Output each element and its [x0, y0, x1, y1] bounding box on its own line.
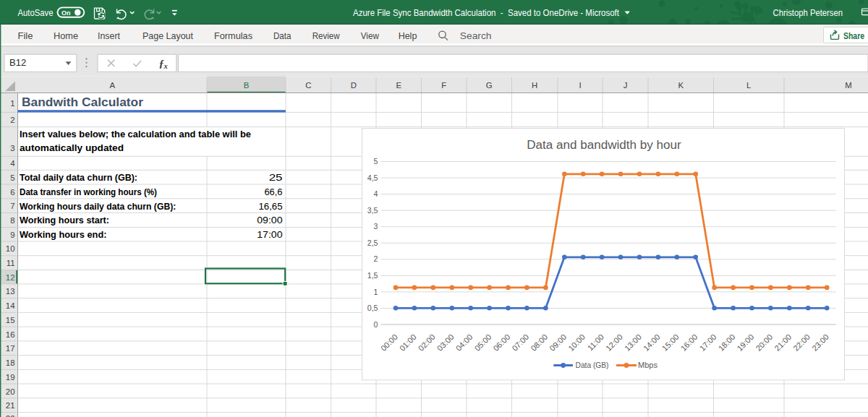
svg-text:G: G [486, 81, 493, 90]
svg-text:14: 14 [6, 301, 15, 310]
svg-text:M: M [845, 81, 852, 90]
svg-text:On: On [61, 9, 71, 17]
svg-text:9: 9 [10, 231, 14, 239]
svg-text:4: 4 [10, 159, 14, 168]
svg-text:09:00: 09:00 [257, 215, 282, 225]
svg-text:E: E [396, 81, 401, 90]
svg-text:66,6: 66,6 [264, 187, 282, 197]
svg-text:19: 19 [6, 373, 15, 382]
svg-text:Bandwith Calculator: Bandwith Calculator [22, 96, 143, 108]
svg-text:21: 21 [6, 401, 15, 410]
svg-text:5: 5 [10, 173, 14, 182]
svg-text:0,5: 0,5 [367, 304, 378, 312]
svg-text:17: 17 [6, 344, 15, 353]
svg-text:Review: Review [312, 30, 340, 41]
svg-text:3: 3 [374, 222, 378, 231]
svg-text:2,5: 2,5 [367, 238, 378, 247]
svg-text:22: 22 [6, 414, 15, 417]
svg-text:3,5: 3,5 [367, 206, 378, 215]
svg-text:17:00: 17:00 [257, 229, 282, 240]
svg-text:2: 2 [374, 254, 378, 263]
svg-text:5: 5 [374, 157, 378, 165]
svg-text:J: J [624, 81, 628, 90]
svg-text:Data and bandwidth by hour: Data and bandwidth by hour [527, 139, 681, 151]
svg-text:F: F [441, 81, 446, 90]
svg-text:Working hours end:: Working hours end: [20, 229, 107, 240]
svg-text:10: 10 [6, 244, 15, 253]
svg-text:K: K [678, 81, 684, 90]
svg-text:x: x [163, 62, 168, 70]
svg-text:6: 6 [10, 188, 14, 197]
svg-text:I: I [579, 81, 581, 90]
svg-text:Azure File Sync Bandwidth Calc: Azure File Sync Bandwidth Calculation - … [353, 8, 620, 18]
svg-text:Christoph Petersen: Christoph Petersen [773, 7, 843, 18]
svg-text:Working hours daily data churn: Working hours daily data churn (GB): [20, 201, 176, 212]
svg-text:Mbps: Mbps [638, 361, 658, 369]
svg-text:Page Layout: Page Layout [142, 30, 193, 41]
svg-text:C: C [305, 81, 311, 90]
svg-text:16,65: 16,65 [259, 201, 283, 212]
svg-text:18: 18 [6, 358, 15, 367]
svg-text:8: 8 [10, 216, 14, 225]
svg-text:B: B [244, 81, 250, 90]
svg-text:20: 20 [6, 387, 15, 396]
svg-text:1,5: 1,5 [367, 271, 378, 280]
svg-text:11: 11 [7, 259, 15, 267]
svg-text:H: H [532, 81, 537, 90]
svg-text:7: 7 [10, 202, 14, 210]
svg-text:Insert values below; the calcu: Insert values below; the calculation and… [20, 129, 251, 139]
svg-text:16: 16 [6, 330, 15, 339]
svg-text:Data transfer in working hours: Data transfer in working hours (%) [20, 187, 157, 197]
svg-text:File: File [18, 30, 33, 41]
svg-text:Working hours start:: Working hours start: [20, 215, 109, 225]
svg-text:3: 3 [10, 144, 14, 152]
svg-text:B12: B12 [9, 57, 26, 68]
svg-text:2: 2 [10, 116, 14, 124]
svg-text:4: 4 [374, 189, 378, 198]
svg-text:Home: Home [54, 30, 78, 41]
svg-text:4,5: 4,5 [367, 173, 378, 182]
svg-text:AutoSave: AutoSave [18, 7, 54, 18]
svg-text:Share: Share [843, 30, 864, 41]
svg-text:Data (GB): Data (GB) [576, 361, 609, 369]
svg-text:1: 1 [10, 99, 14, 108]
svg-text:View: View [361, 30, 380, 41]
svg-text:0: 0 [374, 320, 378, 329]
svg-text:Data: Data [273, 30, 292, 41]
svg-text:A: A [109, 81, 115, 90]
svg-text:Search: Search [460, 30, 492, 41]
svg-text:Help: Help [399, 30, 417, 41]
svg-text:1: 1 [374, 288, 378, 296]
svg-text:25: 25 [269, 172, 283, 183]
svg-text:Total daily data churn (GB):: Total daily data churn (GB): [20, 172, 137, 183]
svg-text:L: L [746, 81, 751, 90]
svg-text:13: 13 [6, 287, 15, 296]
svg-text:D: D [351, 81, 357, 90]
svg-text:Formulas: Formulas [214, 30, 252, 41]
svg-text:automatically updated: automatically updated [20, 142, 124, 153]
svg-text:12: 12 [6, 273, 15, 282]
svg-text:Insert: Insert [98, 30, 120, 41]
svg-text:15: 15 [6, 316, 15, 324]
